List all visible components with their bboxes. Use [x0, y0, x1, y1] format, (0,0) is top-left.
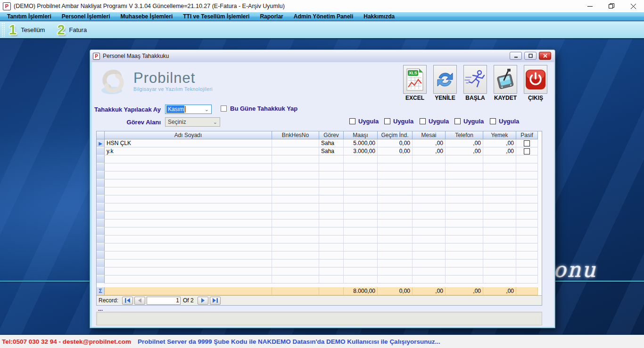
row-selector[interactable] — [97, 267, 105, 275]
row-selector[interactable]: ▶ — [97, 139, 105, 147]
payroll-dialog: P Personel Maaş Tahakkuku — [90, 49, 555, 328]
refresh-button[interactable]: YENİLE — [433, 65, 457, 101]
table-cell: 0,00 — [378, 147, 413, 155]
row-selector[interactable] — [97, 203, 105, 211]
grid-header-cell[interactable]: Adı Soyadı — [105, 131, 272, 139]
row-selector[interactable] — [97, 163, 105, 171]
apply-checkbox[interactable] — [420, 118, 426, 124]
table-cell — [319, 179, 344, 187]
pasif-checkbox[interactable] — [524, 148, 530, 154]
next-record-button[interactable] — [198, 297, 208, 305]
table-cell — [105, 211, 272, 219]
record-of-label: Of 2 — [183, 297, 194, 304]
start-button[interactable]: BAŞLA — [463, 65, 487, 101]
area-combobox[interactable]: Seçiniz ⌄ — [165, 117, 220, 127]
row-selector[interactable] — [97, 171, 105, 179]
row-selector[interactable] — [97, 251, 105, 259]
first-record-button[interactable] — [122, 297, 133, 305]
grid-header-cell[interactable]: Görev — [319, 131, 344, 139]
table-cell-pasif — [516, 179, 538, 187]
menu-item[interactable]: Personel İşlemleri — [57, 13, 116, 20]
table-cell — [319, 163, 344, 171]
toolbar-item-number-icon: 1 — [9, 23, 17, 37]
row-selector[interactable] — [97, 259, 105, 267]
dialog-icon: P — [93, 53, 100, 60]
row-selector[interactable] — [97, 235, 105, 243]
status-bar: Tel:0507 030 32 94 - destek@probilnet.co… — [0, 334, 644, 348]
grid-header-cell[interactable]: Pasif — [516, 131, 538, 139]
close-button[interactable] — [622, 0, 644, 12]
grid-header-cell[interactable]: Geçim İnd. — [378, 131, 413, 139]
apply-checkbox[interactable] — [384, 118, 390, 124]
row-selector[interactable] — [97, 179, 105, 187]
minimize-button[interactable] — [579, 0, 601, 12]
table-row-empty — [97, 259, 542, 267]
dialog-minimize-button[interactable] — [510, 52, 522, 60]
month-combobox[interactable]: Kasım ⌄ — [165, 105, 212, 114]
menu-item[interactable]: Tanıtım İşlemleri — [2, 13, 57, 20]
excel-button[interactable]: XLS EXCEL — [403, 65, 427, 101]
table-row-empty — [97, 211, 542, 219]
toolbar-item[interactable]: 1Tesellüm — [9, 23, 45, 37]
table-cell — [446, 227, 483, 235]
grid-header-cell[interactable]: Maaşı — [344, 131, 378, 139]
menu-item[interactable]: Muhasebe İşlemleri — [116, 13, 178, 20]
exit-label: ÇIKIŞ — [528, 95, 543, 101]
table-cell — [344, 195, 378, 203]
row-selector[interactable] — [97, 243, 105, 251]
today-accrual-checkbox[interactable] — [221, 105, 227, 112]
grid-header-cell[interactable]: Yemek — [483, 131, 516, 139]
table-cell — [483, 227, 516, 235]
record-number-input[interactable] — [147, 297, 181, 305]
month-label: Tahakkuk Yapılacak Ay — [92, 106, 161, 113]
toolbar-item[interactable]: 2Fatura — [57, 23, 87, 37]
table-cell — [378, 195, 413, 203]
row-selector[interactable] — [97, 195, 105, 203]
table-cell — [483, 195, 516, 203]
apply-checkbox[interactable] — [349, 118, 355, 124]
table-cell — [105, 203, 272, 211]
previous-record-button[interactable] — [134, 297, 145, 305]
menu-item[interactable]: TTI ve Tesellüm İşlemleri — [178, 13, 255, 20]
dialog-close-button[interactable] — [539, 52, 551, 60]
row-selector[interactable] — [97, 155, 105, 163]
table-cell — [446, 163, 483, 171]
save-button[interactable]: KAYDET — [493, 65, 518, 101]
text-caret — [185, 106, 186, 113]
menu-item[interactable]: Raporlar — [255, 13, 288, 20]
table-row-empty — [97, 179, 542, 187]
apply-checkbox[interactable] — [454, 118, 461, 124]
pasif-checkbox[interactable] — [524, 140, 530, 146]
table-cell-pasif — [516, 219, 538, 227]
summary-cell: ,00 — [483, 287, 516, 295]
summary-cell-pasif — [516, 287, 538, 295]
restore-button[interactable] — [601, 0, 622, 12]
toolbar-item-number-icon: 2 — [57, 23, 65, 37]
grid-header-row: Adı SoyadıBnkHesNoGörevMaaşıGeçim İnd.Me… — [97, 131, 542, 139]
table-cell: HSN ÇLK — [105, 139, 272, 147]
dialog-titlebar[interactable]: P Personel Maaş Tahakkuku — [90, 50, 555, 62]
table-cell — [319, 227, 344, 235]
exit-button[interactable]: ÇIKIŞ — [523, 65, 548, 101]
row-selector[interactable] — [97, 211, 105, 219]
row-selector[interactable] — [97, 219, 105, 227]
table-cell-pasif — [516, 187, 538, 195]
row-selector[interactable] — [97, 275, 105, 283]
row-selector[interactable] — [97, 147, 105, 155]
dialog-restore-button[interactable] — [524, 52, 537, 60]
table-cell — [378, 163, 413, 171]
table-row[interactable]: ▶HSN ÇLKSaha5.000,000,00,00,00,00 — [97, 139, 542, 147]
apply-checkbox[interactable] — [490, 118, 496, 124]
table-row[interactable]: y.kSaha3.000,000,00,00,00,00 — [97, 147, 542, 155]
grid-header-cell[interactable]: Telefon — [446, 131, 483, 139]
grid-header-cell[interactable]: BnkHesNo — [272, 131, 319, 139]
row-selector[interactable] — [97, 227, 105, 235]
table-cell — [272, 179, 319, 187]
menu-item[interactable]: Admin Yönetim Paneli — [289, 13, 358, 20]
last-record-button[interactable] — [210, 297, 221, 305]
table-cell — [483, 187, 516, 195]
grid-header-cell[interactable]: Mesai — [413, 131, 446, 139]
table-cell — [319, 171, 344, 179]
row-selector[interactable] — [97, 187, 105, 195]
menu-item[interactable]: Hakkımızda — [358, 13, 400, 20]
